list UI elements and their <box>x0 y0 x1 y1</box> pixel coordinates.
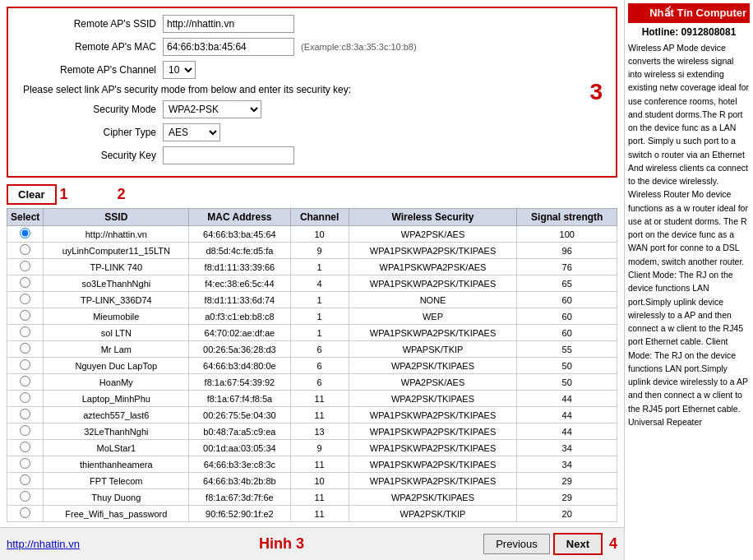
ssid-cell: 32LeThanhNghi <box>44 423 189 440</box>
radio-cell[interactable] <box>7 292 44 308</box>
table-row: aztech557_last600:26:75:5e:04:3011WPA1PS… <box>7 407 617 423</box>
hotline: Hotline: 0912808081 <box>628 25 750 39</box>
signal-cell: 100 <box>517 226 617 243</box>
channel-cell: 11 <box>290 506 349 522</box>
ap-radio[interactable] <box>20 507 30 518</box>
signal-cell: 60 <box>517 308 617 325</box>
channel-cell: 9 <box>290 440 349 456</box>
radio-cell[interactable] <box>7 226 44 243</box>
ap-radio[interactable] <box>20 425 30 436</box>
security-mode-select[interactable]: WPA2-PSK <box>163 100 261 118</box>
ap-radio[interactable] <box>20 261 30 271</box>
mac-cell: f8:1a:67:54:39:92 <box>189 374 290 391</box>
radio-cell[interactable] <box>7 423 44 440</box>
label-1: 1 <box>60 186 68 203</box>
clear-button[interactable]: Clear <box>7 184 57 205</box>
radio-cell[interactable] <box>7 275 44 292</box>
radio-cell[interactable] <box>7 308 44 325</box>
radio-cell[interactable] <box>7 456 44 473</box>
signal-cell: 34 <box>517 456 617 473</box>
ssid-input[interactable] <box>163 15 294 33</box>
channel-cell: 6 <box>290 341 349 358</box>
security-cell: WPA2PSK/AES <box>349 226 517 243</box>
signal-cell: 60 <box>517 325 617 341</box>
channel-select[interactable]: 10 <box>163 61 196 79</box>
ap-radio[interactable] <box>20 326 30 337</box>
ap-radio[interactable] <box>20 474 30 485</box>
previous-button[interactable]: Previous <box>483 534 550 554</box>
security-cell: WPA2PSK/AES <box>349 374 517 391</box>
ap-radio[interactable] <box>20 359 30 370</box>
hinh3-label: Hinh 3 <box>259 535 304 552</box>
channel-cell: 13 <box>290 423 349 440</box>
bottom-link[interactable]: http://nhattin.vn <box>7 538 80 550</box>
right-panel: Nhất Tín Computer Hotline: 0912808081 Wi… <box>625 0 753 560</box>
ap-radio[interactable] <box>20 277 30 288</box>
signal-cell: 76 <box>517 259 617 275</box>
signal-cell: 96 <box>517 243 617 259</box>
ap-radio[interactable] <box>20 343 30 354</box>
clear-btn-area: Clear 1 2 <box>7 184 617 205</box>
security-cell: WPA2PSK/TKIPAES <box>349 489 517 506</box>
radio-cell[interactable] <box>7 407 44 423</box>
mac-cell: 00:26:5a:36:28:d3 <box>189 341 290 358</box>
ap-radio[interactable] <box>20 409 30 419</box>
security-cell: WPA1PSKWPA2PSK/TKIPAES <box>349 275 517 292</box>
ssid-cell: sol LTN <box>44 325 189 341</box>
ap-radio[interactable] <box>20 376 30 386</box>
ssid-cell: thienthanheamera <box>44 456 189 473</box>
right-description: Wireless AP Mode device converts the wir… <box>628 41 750 429</box>
mac-cell: f8:d1:11:33:39:66 <box>189 259 290 275</box>
ap-radio[interactable] <box>20 458 30 469</box>
ssid-row: Remote AP's SSID <box>16 15 607 33</box>
ssid-label: Remote AP's SSID <box>16 18 156 30</box>
ap-radio[interactable] <box>20 228 30 238</box>
ssid-cell: HoanMy <box>44 374 189 391</box>
mac-cell: f8:d1:11:33:6d:74 <box>189 292 290 308</box>
mac-input[interactable] <box>163 38 294 56</box>
ap-radio[interactable] <box>20 310 30 321</box>
signal-cell: 60 <box>517 292 617 308</box>
ap-radio[interactable] <box>20 392 30 403</box>
radio-cell[interactable] <box>7 325 44 341</box>
mac-cell: 00:1d:aa:03:05:34 <box>189 440 290 456</box>
table-row: TP-LINK 740f8:d1:11:33:39:661WPA1PSKWPA2… <box>7 259 617 275</box>
ap-radio[interactable] <box>20 491 30 502</box>
col-mac: MAC Address <box>189 209 290 226</box>
label-3: 3 <box>589 79 603 105</box>
radio-cell[interactable] <box>7 259 44 275</box>
ssid-cell: aztech557_last6 <box>44 407 189 423</box>
radio-cell[interactable] <box>7 374 44 391</box>
ssid-cell: Free_Wifi_has_password <box>44 506 189 522</box>
radio-cell[interactable] <box>7 489 44 506</box>
radio-cell[interactable] <box>7 391 44 407</box>
ap-radio[interactable] <box>20 442 30 452</box>
security-mode-label: Security Mode <box>16 104 156 115</box>
signal-cell: 29 <box>517 489 617 506</box>
table-row: Laptop_MinhPhuf8:1a:67:f4:f8:5a11WPA2PSK… <box>7 391 617 407</box>
security-key-input[interactable] <box>163 146 294 164</box>
cipher-select[interactable]: AES <box>163 123 220 141</box>
radio-cell[interactable] <box>7 506 44 522</box>
col-signal: Signal strength <box>517 209 617 226</box>
ap-radio[interactable] <box>20 244 30 255</box>
security-cell: NONE <box>349 292 517 308</box>
radio-cell[interactable] <box>7 473 44 489</box>
radio-cell[interactable] <box>7 440 44 456</box>
radio-cell[interactable] <box>7 243 44 259</box>
next-button[interactable]: Next <box>553 533 603 555</box>
table-row: TP-LINK_336D74f8:d1:11:33:6d:741NONE60 <box>7 292 617 308</box>
radio-cell[interactable] <box>7 341 44 358</box>
mac-cell: 64:70:02:ae:df:ae <box>189 325 290 341</box>
mac-cell: d8:5d:4c:fe:d5:fa <box>189 243 290 259</box>
radio-cell[interactable] <box>7 358 44 374</box>
ap-radio[interactable] <box>20 294 30 304</box>
key-row: Security Key <box>16 146 607 164</box>
security-cell: WPAPSK/TKIP <box>349 341 517 358</box>
channel-cell: 6 <box>290 374 349 391</box>
cipher-label: Cipher Type <box>16 127 156 138</box>
ssid-cell: FPT Telecom <box>44 473 189 489</box>
channel-cell: 4 <box>290 275 349 292</box>
mac-cell: 64:66:b3:3e:c8:3c <box>189 456 290 473</box>
table-row: Free_Wifi_has_password90:f6:52:90:1f:e21… <box>7 506 617 522</box>
